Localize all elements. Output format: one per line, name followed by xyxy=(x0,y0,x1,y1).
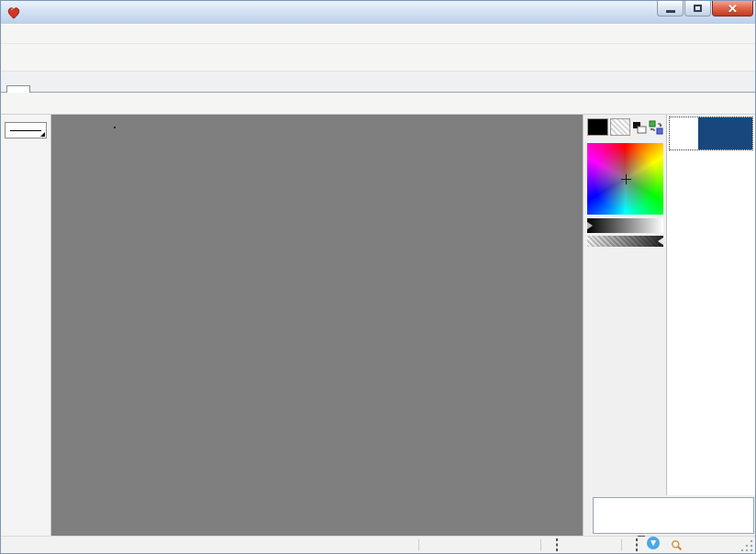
titlebar: ✕ xyxy=(1,1,755,24)
luminosity-slider[interactable] xyxy=(587,218,663,233)
close-icon: ✕ xyxy=(728,3,738,15)
canvas[interactable] xyxy=(114,127,116,128)
format-label xyxy=(698,117,752,150)
spectrum-crosshair xyxy=(621,174,631,184)
main-area xyxy=(1,115,755,536)
background-transparent-swatch[interactable] xyxy=(610,118,631,136)
alpha-marker[interactable] xyxy=(658,238,663,245)
color-panel xyxy=(584,115,666,495)
format-item-24x24-32bpp[interactable] xyxy=(670,117,752,150)
menubar xyxy=(1,24,755,44)
maximize-button[interactable] xyxy=(684,1,711,17)
foreground-color-swatch[interactable] xyxy=(587,118,608,136)
view-toolbar xyxy=(1,93,755,115)
zoom-magnifier-icon xyxy=(671,539,683,551)
iconlover-window: ✕ xyxy=(0,0,756,554)
app-heart-icon xyxy=(6,6,21,20)
line-width-selector[interactable] xyxy=(5,122,47,138)
resize-grip[interactable] xyxy=(741,539,753,551)
window-controls: ✕ xyxy=(656,1,753,24)
format-thumbnail xyxy=(670,117,698,150)
formats-list xyxy=(666,115,755,495)
workspace xyxy=(51,115,583,536)
statusbar xyxy=(1,536,755,553)
tool-palette xyxy=(1,115,51,536)
right-panels xyxy=(583,115,755,536)
alpha-slider[interactable] xyxy=(587,236,663,247)
default-colors-icon[interactable] xyxy=(632,120,647,135)
selection-size-icon xyxy=(636,539,648,551)
close-button[interactable]: ✕ xyxy=(712,1,753,17)
swap-colors-icon[interactable] xyxy=(649,120,663,135)
tabbar xyxy=(1,72,755,93)
luminosity-marker[interactable] xyxy=(587,222,593,229)
minimize-icon xyxy=(666,10,675,13)
line-width-sample xyxy=(10,130,41,131)
preview-pane xyxy=(593,497,754,534)
maximize-icon xyxy=(694,5,702,12)
main-toolbar xyxy=(1,44,755,72)
color-spectrum[interactable] xyxy=(587,143,663,215)
tab-new-icon-1[interactable] xyxy=(6,85,30,93)
minimize-button[interactable] xyxy=(657,1,684,17)
cursor-position-icon xyxy=(556,539,568,551)
